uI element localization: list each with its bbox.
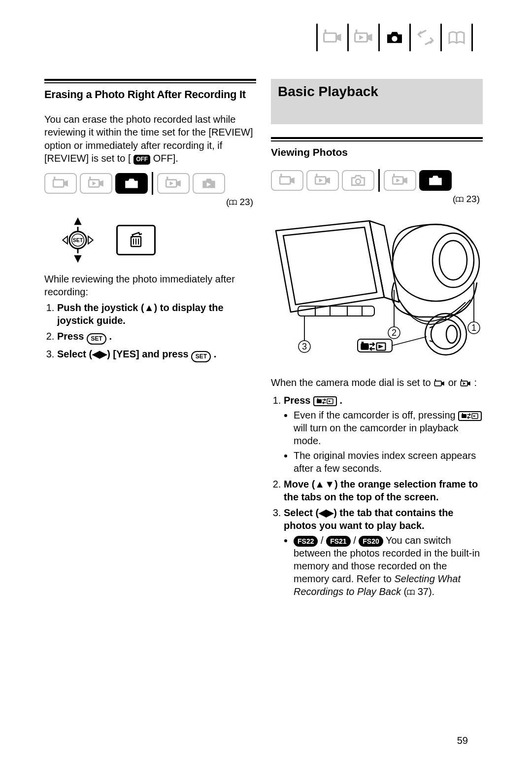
- tab-book-icon: [446, 27, 467, 48]
- off-pill: OFF: [133, 155, 150, 165]
- joystick-icon: SET: [54, 216, 101, 264]
- book-ref-icon: [229, 198, 237, 210]
- set-button-icon: SET: [87, 333, 106, 345]
- banner-basic-playback: Basic Playback: [271, 79, 483, 124]
- right-step1-sub2: The original movies index screen appears…: [294, 449, 483, 475]
- svg-point-28: [446, 325, 457, 343]
- model-fs22-pill: FS22: [294, 536, 318, 546]
- right-pageref: ( 23): [271, 194, 480, 207]
- left-steps: Push the joystick (▲) to display the joy…: [44, 301, 256, 362]
- mode-movie-play-icon: [306, 170, 339, 191]
- callout-2: 2: [392, 328, 397, 338]
- chapter-tab-strip: [312, 24, 477, 51]
- while-reviewing-text: While reviewing the photo immediately af…: [44, 273, 256, 299]
- mode-camera-play-icon: [419, 170, 452, 191]
- right-mode-bar: [271, 169, 483, 192]
- play-mode-button-icon: [458, 411, 482, 421]
- book-ref-icon: [407, 587, 415, 600]
- model-fs20-pill: FS20: [359, 536, 383, 546]
- dial-movie-icon: [433, 378, 445, 391]
- right-subheading: Viewing Photos: [271, 146, 483, 158]
- set-button-icon: SET: [191, 351, 211, 362]
- mode-movie-play-icon: [80, 173, 112, 194]
- delete-box-icon: [116, 225, 156, 255]
- tab-camera-icon: [384, 27, 405, 48]
- left-pageref: ( 23): [44, 197, 253, 210]
- book-ref-icon: [456, 195, 464, 207]
- mode-camera-play-icon: [193, 173, 225, 194]
- when-dial-text: When the camera mode dial is set to or :: [271, 376, 483, 391]
- right-step1-sub1: Even if the camcorder is off, pressing w…: [294, 409, 483, 447]
- svg-point-19: [432, 233, 474, 287]
- page-number: 59: [457, 735, 468, 746]
- joystick-trash-figure: SET: [54, 216, 256, 264]
- callout-3: 3: [302, 342, 307, 351]
- left-intro: You can erase the photo recorded last wh…: [44, 113, 256, 165]
- play-mode-button-icon: [313, 396, 337, 406]
- tab-movie-mode-icon: [322, 27, 343, 48]
- dial-movie-play-icon: [460, 378, 471, 391]
- model-fs21-pill: FS21: [326, 536, 350, 546]
- tab-transfer-icon: [415, 27, 436, 48]
- left-heading: Erasing a Photo Right After Recording It: [44, 88, 256, 101]
- mode-movie-icon: [271, 170, 303, 191]
- mode-movie-play2-icon: [384, 170, 416, 191]
- right-steps: Press . Even if the camcorder is off, pr…: [271, 394, 483, 600]
- left-mode-bar: [44, 172, 256, 195]
- svg-point-20: [439, 241, 467, 280]
- mode-camera-outline-icon: [342, 170, 374, 191]
- camcorder-illustration: 1 2 3: [271, 213, 483, 371]
- callout-1: 1: [471, 323, 476, 333]
- svg-rect-21: [298, 306, 374, 316]
- mode-movie-play2-icon: [157, 173, 190, 194]
- mode-camera-icon: [115, 173, 148, 194]
- mode-movie-icon: [44, 173, 77, 194]
- tab-movie-play-icon: [353, 27, 374, 48]
- svg-text:SET: SET: [73, 237, 83, 243]
- right-step3-sub: FS22 / FS21 / FS20 You can switch betwee…: [294, 534, 483, 600]
